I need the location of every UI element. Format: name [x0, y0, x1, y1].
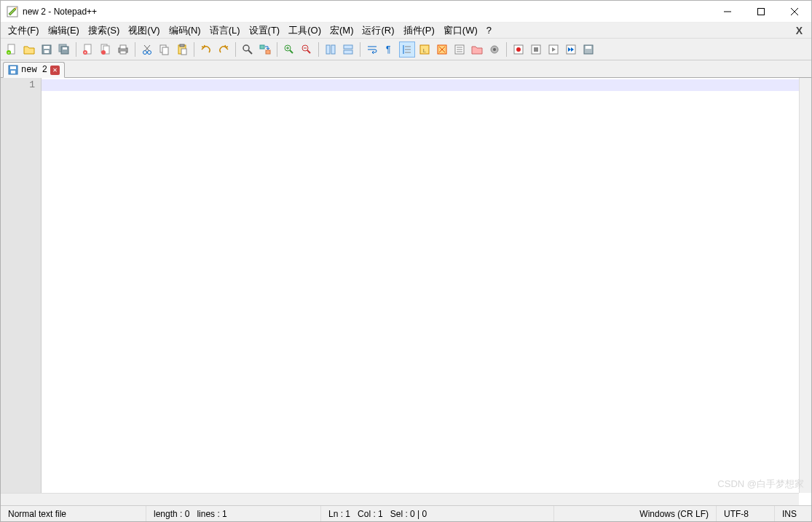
menu-tools[interactable]: 工具(O) [284, 23, 326, 39]
svg-rect-44 [331, 45, 335, 54]
svg-rect-71 [11, 71, 15, 74]
status-position: Ln : 1 Col : 1 Sel : 0 | 0 [321, 506, 554, 521]
menu-language[interactable]: 语言(L) [205, 23, 245, 39]
folder-workspace-icon[interactable] [469, 41, 485, 58]
print-icon[interactable] [115, 41, 131, 58]
menu-view[interactable]: 视图(V) [124, 23, 164, 39]
svg-point-32 [243, 45, 249, 51]
indent-guide-icon[interactable] [399, 41, 415, 58]
new-file-icon[interactable]: + [4, 41, 20, 58]
status-encoding[interactable]: UTF-8 [717, 506, 775, 521]
open-file-icon[interactable] [21, 41, 37, 58]
replace-icon[interactable] [257, 41, 273, 58]
close-button[interactable] [778, 1, 811, 23]
find-icon[interactable] [240, 41, 256, 58]
tab-area-close[interactable]: X [790, 25, 808, 36]
record-macro-icon[interactable] [511, 41, 527, 58]
toolbar-separator [318, 42, 319, 57]
zoom-in-icon[interactable] [281, 41, 297, 58]
tab-label: new 2 [21, 65, 47, 75]
status-length-lines: length : 0 lines : 1 [146, 506, 321, 521]
cut-icon[interactable] [139, 41, 155, 58]
show-all-chars-icon[interactable]: ¶ [382, 41, 398, 58]
status-mode[interactable]: INS [775, 506, 811, 521]
status-ln: Ln : 1 [328, 509, 350, 519]
minimize-button[interactable] [711, 1, 744, 23]
doc-list-icon[interactable] [452, 41, 468, 58]
svg-text:+: + [7, 50, 10, 55]
toolbar-separator [194, 42, 194, 57]
tab-close-icon[interactable]: ✕ [50, 66, 60, 75]
redo-icon[interactable] [216, 41, 232, 58]
statusbar: Normal text file length : 0 lines : 1 Ln… [1, 505, 811, 521]
svg-rect-34 [260, 45, 264, 49]
tab-new-2[interactable]: new 2 ✕ [3, 62, 65, 78]
svg-rect-68 [586, 46, 591, 49]
toolbar-separator [235, 42, 236, 57]
toolbar-separator [135, 42, 135, 57]
menu-encoding[interactable]: 编码(N) [165, 23, 205, 39]
svg-line-37 [290, 50, 293, 53]
menu-plugins[interactable]: 插件(P) [399, 23, 439, 39]
undo-icon[interactable] [198, 41, 214, 58]
copy-icon[interactable] [157, 41, 173, 58]
monitoring-icon[interactable] [486, 41, 502, 58]
svg-rect-28 [162, 47, 168, 55]
play-macro-icon[interactable] [545, 41, 561, 58]
window-title: new 2 - Notepad++ [23, 7, 97, 17]
status-lines: lines : 1 [197, 509, 226, 519]
doc-map-icon[interactable] [434, 41, 450, 58]
menu-settings[interactable]: 设置(T) [245, 23, 285, 39]
svg-point-62 [516, 47, 521, 52]
svg-point-60 [493, 48, 496, 51]
save-macro-icon[interactable] [580, 41, 596, 58]
menubar: 文件(F) 编辑(E) 搜索(S) 视图(V) 编码(N) 语言(L) 设置(T… [1, 23, 811, 39]
vertical-scrollbar[interactable] [799, 78, 811, 493]
menu-window[interactable]: 窗口(W) [439, 23, 482, 39]
svg-point-23 [143, 50, 147, 54]
svg-rect-31 [181, 49, 186, 55]
menu-macro[interactable]: 宏(M) [326, 23, 358, 39]
window-controls [711, 1, 811, 23]
text-editor[interactable] [42, 78, 811, 505]
zoom-out-icon[interactable] [299, 41, 315, 58]
play-multi-icon[interactable] [563, 41, 579, 58]
sync-h-icon[interactable] [340, 41, 356, 58]
maximize-button[interactable] [744, 1, 778, 23]
menu-help[interactable]: ? [482, 23, 496, 37]
current-line-highlight [42, 79, 811, 91]
close-all-icon[interactable] [98, 41, 114, 58]
svg-rect-35 [266, 50, 270, 54]
status-filetype: Normal text file [1, 506, 146, 521]
save-icon[interactable] [39, 41, 55, 58]
toolbar-separator [76, 42, 76, 57]
toolbar: + × ¶ L [1, 39, 811, 60]
svg-rect-70 [10, 66, 16, 69]
sync-v-icon[interactable] [323, 41, 339, 58]
horizontal-scrollbar[interactable] [1, 493, 799, 505]
close-file-icon[interactable]: × [80, 41, 96, 58]
svg-text:¶: ¶ [386, 44, 390, 55]
menu-file[interactable]: 文件(F) [4, 23, 44, 39]
status-sel: Sel : 0 | 0 [390, 509, 427, 519]
udl-icon[interactable]: L [417, 41, 433, 58]
svg-rect-43 [326, 45, 330, 54]
svg-line-26 [144, 45, 149, 51]
menu-run[interactable]: 运行(R) [358, 23, 398, 39]
status-eol[interactable]: Windows (CR LF) [554, 506, 717, 521]
svg-rect-10 [44, 50, 49, 53]
menu-search[interactable]: 搜索(S) [84, 23, 124, 39]
svg-rect-9 [44, 46, 50, 49]
stop-macro-icon[interactable] [528, 41, 544, 58]
save-all-icon[interactable] [56, 41, 72, 58]
svg-rect-64 [534, 47, 538, 52]
menu-edit[interactable]: 编辑(E) [44, 23, 84, 39]
titlebar: new 2 - Notepad++ [1, 1, 811, 23]
svg-point-24 [148, 50, 151, 54]
line-number: 1 [1, 79, 35, 90]
paste-icon[interactable] [174, 41, 190, 58]
svg-text:L: L [423, 47, 427, 54]
disk-icon [8, 65, 18, 75]
wordwrap-icon[interactable] [364, 41, 380, 58]
svg-rect-2 [758, 8, 765, 15]
